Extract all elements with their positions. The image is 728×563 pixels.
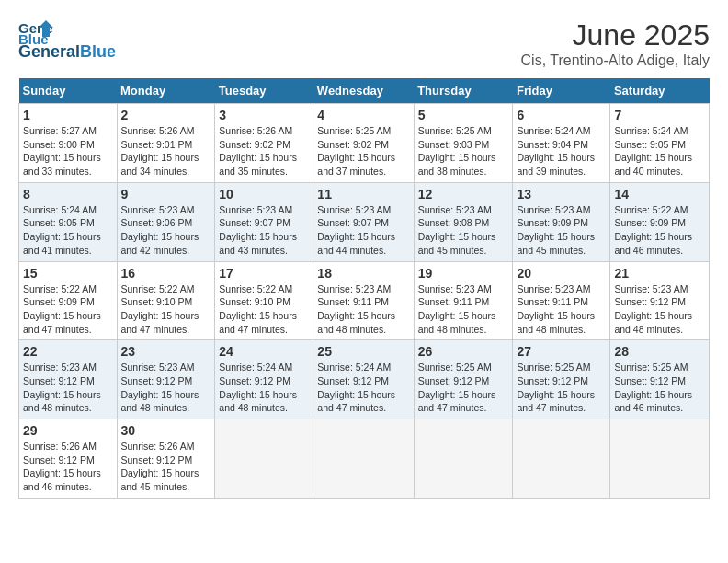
weekday-header-saturday: Saturday <box>610 78 710 104</box>
day-number: 17 <box>219 266 309 281</box>
calendar-cell <box>414 419 513 499</box>
day-info: Sunrise: 5:24 AM Sunset: 9:12 PM Dayligh… <box>219 361 309 415</box>
calendar-cell: 10Sunrise: 5:23 AM Sunset: 9:07 PM Dayli… <box>215 182 313 261</box>
weekday-header-wednesday: Wednesday <box>313 78 414 104</box>
calendar-table: SundayMondayTuesdayWednesdayThursdayFrid… <box>18 78 710 499</box>
calendar-cell: 11Sunrise: 5:23 AM Sunset: 9:07 PM Dayli… <box>313 182 414 261</box>
day-info: Sunrise: 5:23 AM Sunset: 9:11 PM Dayligh… <box>317 282 409 337</box>
calendar-cell: 17Sunrise: 5:22 AM Sunset: 9:10 PM Dayli… <box>215 261 313 340</box>
day-number: 23 <box>121 344 211 359</box>
day-number: 30 <box>121 423 211 438</box>
calendar-cell <box>610 419 710 499</box>
weekday-header-thursday: Thursday <box>414 78 513 104</box>
day-info: Sunrise: 5:22 AM Sunset: 9:09 PM Dayligh… <box>23 282 113 337</box>
day-number: 15 <box>23 266 113 281</box>
day-info: Sunrise: 5:23 AM Sunset: 9:12 PM Dayligh… <box>614 282 705 337</box>
calendar-cell: 12Sunrise: 5:23 AM Sunset: 9:08 PM Dayli… <box>414 182 513 261</box>
day-number: 18 <box>317 266 409 281</box>
day-number: 1 <box>23 108 113 122</box>
calendar-cell: 24Sunrise: 5:24 AM Sunset: 9:12 PM Dayli… <box>215 340 313 419</box>
page-subtitle: Cis, Trentino-Alto Adige, Italy <box>521 52 710 69</box>
day-info: Sunrise: 5:24 AM Sunset: 9:05 PM Dayligh… <box>614 124 705 178</box>
calendar-cell: 16Sunrise: 5:22 AM Sunset: 9:10 PM Dayli… <box>117 261 215 340</box>
day-number: 24 <box>219 344 309 359</box>
day-info: Sunrise: 5:23 AM Sunset: 9:06 PM Dayligh… <box>121 203 211 258</box>
day-info: Sunrise: 5:26 AM Sunset: 9:12 PM Dayligh… <box>121 440 211 494</box>
calendar-cell: 21Sunrise: 5:23 AM Sunset: 9:12 PM Dayli… <box>610 261 710 340</box>
calendar-cell: 7Sunrise: 5:24 AM Sunset: 9:05 PM Daylig… <box>610 104 710 183</box>
weekday-header-tuesday: Tuesday <box>215 78 313 104</box>
day-number: 22 <box>23 344 113 359</box>
day-number: 27 <box>517 344 606 359</box>
day-number: 25 <box>317 344 409 359</box>
day-number: 4 <box>317 108 409 122</box>
day-info: Sunrise: 5:27 AM Sunset: 9:00 PM Dayligh… <box>23 124 113 178</box>
day-info: Sunrise: 5:24 AM Sunset: 9:05 PM Dayligh… <box>23 203 113 258</box>
calendar-cell: 14Sunrise: 5:22 AM Sunset: 9:09 PM Dayli… <box>610 182 710 261</box>
day-info: Sunrise: 5:26 AM Sunset: 9:12 PM Dayligh… <box>23 440 113 494</box>
logo: General Blue General Blue <box>18 18 116 62</box>
day-info: Sunrise: 5:25 AM Sunset: 9:12 PM Dayligh… <box>418 361 509 415</box>
day-number: 28 <box>614 344 705 359</box>
day-info: Sunrise: 5:23 AM Sunset: 9:09 PM Dayligh… <box>517 203 606 258</box>
weekday-header-sunday: Sunday <box>19 78 118 104</box>
calendar-cell: 23Sunrise: 5:23 AM Sunset: 9:12 PM Dayli… <box>117 340 215 419</box>
day-number: 29 <box>23 423 113 438</box>
title-area: June 2025 Cis, Trentino-Alto Adige, Ital… <box>521 18 710 69</box>
weekday-header-monday: Monday <box>117 78 215 104</box>
calendar-cell <box>513 419 610 499</box>
day-info: Sunrise: 5:25 AM Sunset: 9:12 PM Dayligh… <box>517 361 606 415</box>
header: General Blue General Blue June 2025 Cis,… <box>18 18 710 69</box>
logo-general: General <box>18 42 80 62</box>
day-info: Sunrise: 5:22 AM Sunset: 9:10 PM Dayligh… <box>219 282 309 337</box>
day-number: 13 <box>517 187 606 201</box>
calendar-cell: 1Sunrise: 5:27 AM Sunset: 9:00 PM Daylig… <box>19 104 118 183</box>
calendar-cell: 27Sunrise: 5:25 AM Sunset: 9:12 PM Dayli… <box>513 340 610 419</box>
calendar-cell: 9Sunrise: 5:23 AM Sunset: 9:06 PM Daylig… <box>117 182 215 261</box>
day-info: Sunrise: 5:23 AM Sunset: 9:12 PM Dayligh… <box>23 361 113 415</box>
logo-blue: Blue <box>80 42 116 62</box>
day-info: Sunrise: 5:24 AM Sunset: 9:04 PM Dayligh… <box>517 124 606 178</box>
day-info: Sunrise: 5:26 AM Sunset: 9:01 PM Dayligh… <box>121 124 211 178</box>
weekday-header-friday: Friday <box>513 78 610 104</box>
calendar-cell: 5Sunrise: 5:25 AM Sunset: 9:03 PM Daylig… <box>414 104 513 183</box>
day-info: Sunrise: 5:25 AM Sunset: 9:12 PM Dayligh… <box>614 361 705 415</box>
calendar-cell: 3Sunrise: 5:26 AM Sunset: 9:02 PM Daylig… <box>215 104 313 183</box>
day-number: 20 <box>517 266 606 281</box>
calendar-cell <box>215 419 313 499</box>
calendar-cell: 2Sunrise: 5:26 AM Sunset: 9:01 PM Daylig… <box>117 104 215 183</box>
day-info: Sunrise: 5:25 AM Sunset: 9:02 PM Dayligh… <box>317 124 409 178</box>
calendar-cell: 19Sunrise: 5:23 AM Sunset: 9:11 PM Dayli… <box>414 261 513 340</box>
day-number: 2 <box>121 108 211 122</box>
day-info: Sunrise: 5:23 AM Sunset: 9:08 PM Dayligh… <box>418 203 509 258</box>
day-number: 14 <box>614 187 705 201</box>
calendar-cell: 18Sunrise: 5:23 AM Sunset: 9:11 PM Dayli… <box>313 261 414 340</box>
calendar-cell: 30Sunrise: 5:26 AM Sunset: 9:12 PM Dayli… <box>117 419 215 499</box>
day-number: 26 <box>418 344 509 359</box>
day-info: Sunrise: 5:25 AM Sunset: 9:03 PM Dayligh… <box>418 124 509 178</box>
day-number: 7 <box>614 108 705 122</box>
day-number: 16 <box>121 266 211 281</box>
day-info: Sunrise: 5:26 AM Sunset: 9:02 PM Dayligh… <box>219 124 309 178</box>
day-info: Sunrise: 5:23 AM Sunset: 9:12 PM Dayligh… <box>121 361 211 415</box>
calendar-cell <box>313 419 414 499</box>
day-number: 21 <box>614 266 705 281</box>
calendar-cell: 13Sunrise: 5:23 AM Sunset: 9:09 PM Dayli… <box>513 182 610 261</box>
calendar-cell: 28Sunrise: 5:25 AM Sunset: 9:12 PM Dayli… <box>610 340 710 419</box>
calendar-cell: 15Sunrise: 5:22 AM Sunset: 9:09 PM Dayli… <box>19 261 118 340</box>
day-number: 5 <box>418 108 509 122</box>
calendar-cell: 26Sunrise: 5:25 AM Sunset: 9:12 PM Dayli… <box>414 340 513 419</box>
day-number: 8 <box>23 187 113 201</box>
day-info: Sunrise: 5:23 AM Sunset: 9:11 PM Dayligh… <box>418 282 509 337</box>
day-info: Sunrise: 5:22 AM Sunset: 9:10 PM Dayligh… <box>121 282 211 337</box>
calendar-cell: 22Sunrise: 5:23 AM Sunset: 9:12 PM Dayli… <box>19 340 118 419</box>
day-number: 12 <box>418 187 509 201</box>
day-number: 10 <box>219 187 309 201</box>
day-info: Sunrise: 5:23 AM Sunset: 9:07 PM Dayligh… <box>219 203 309 258</box>
calendar-cell: 25Sunrise: 5:24 AM Sunset: 9:12 PM Dayli… <box>313 340 414 419</box>
day-info: Sunrise: 5:22 AM Sunset: 9:09 PM Dayligh… <box>614 203 705 258</box>
day-number: 9 <box>121 187 211 201</box>
day-number: 3 <box>219 108 309 122</box>
calendar-cell: 29Sunrise: 5:26 AM Sunset: 9:12 PM Dayli… <box>19 419 118 499</box>
calendar-cell: 8Sunrise: 5:24 AM Sunset: 9:05 PM Daylig… <box>19 182 118 261</box>
